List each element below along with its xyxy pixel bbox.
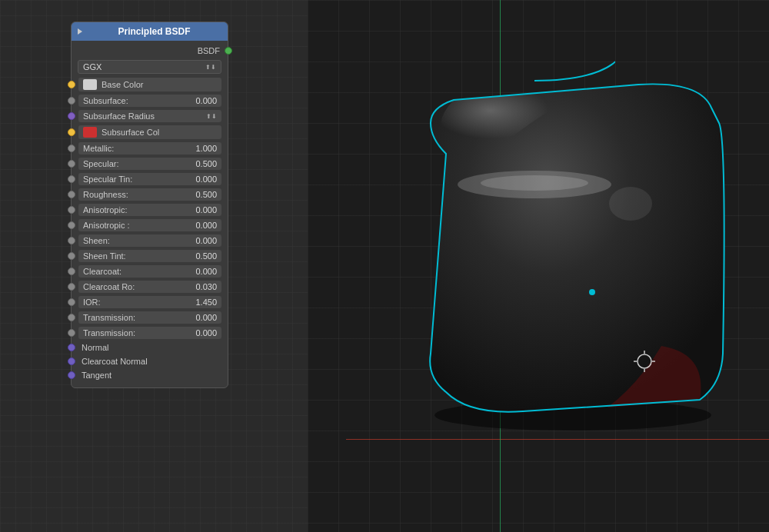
base-color-swatch[interactable] xyxy=(83,79,97,90)
clearcoat-label: Clearcoat: xyxy=(83,267,122,276)
ior-label: IOR: xyxy=(83,298,101,307)
socket-anisotropic[interactable] xyxy=(68,206,75,214)
field-subsurface-col[interactable]: Subsurface Col xyxy=(78,125,221,139)
field-specular-tint[interactable]: Specular Tin: 0.000 xyxy=(78,173,221,185)
subsurface-radius-label: Subsurface Radius xyxy=(83,111,155,121)
socket-normal[interactable] xyxy=(68,344,75,351)
field-transmission-roughness[interactable]: Transmission: 0.000 xyxy=(78,327,221,339)
dropdown-arrow-icon: ⬆⬇ xyxy=(205,64,216,71)
secondary-specular xyxy=(609,187,652,221)
socket-subsurface-radius[interactable] xyxy=(68,112,75,120)
viewport-3d-panel[interactable] xyxy=(308,0,769,532)
socket-clearcoat-normal[interactable] xyxy=(68,357,75,365)
transmission-roughness-label: Transmission: xyxy=(83,328,135,337)
socket-clearcoat-roughness[interactable] xyxy=(68,283,75,291)
anisotropic-rot-value: 0.000 xyxy=(195,221,217,230)
field-anisotropic[interactable]: Anisotropic: 0.000 xyxy=(78,204,221,216)
streak-highlight-inner xyxy=(481,175,588,191)
base-color-label: Base Color xyxy=(102,80,143,89)
metallic-label: Metallic: xyxy=(83,144,114,153)
node-body: BSDF GGX ⬆⬇ Base Color xyxy=(72,41,228,387)
distribution-dropdown-row[interactable]: GGX ⬆⬇ xyxy=(72,58,228,76)
field-row-metallic: Metallic: 1.000 xyxy=(72,141,228,156)
field-row-subsurface-col: Subsurface Col xyxy=(72,124,228,141)
field-row-ior: IOR: 1.450 xyxy=(72,294,228,310)
subsurface-label: Subsurface: xyxy=(83,96,128,105)
node-header[interactable]: Principled BSDF xyxy=(72,22,228,41)
socket-roughness[interactable] xyxy=(68,191,75,198)
field-roughness[interactable]: Roughness: 0.500 xyxy=(78,188,221,201)
field-clearcoat-roughness[interactable]: Clearcoat Ro: 0.030 xyxy=(78,281,221,293)
roughness-value: 0.500 xyxy=(195,190,217,199)
origin-dot xyxy=(589,289,595,295)
anisotropic-label: Anisotropic: xyxy=(83,205,127,214)
field-row-base-color: Base Color xyxy=(72,76,228,93)
transmission-label: Transmission: xyxy=(83,313,135,322)
field-subsurface[interactable]: Subsurface: 0.000 xyxy=(78,95,221,107)
normal-label: Normal xyxy=(82,343,108,352)
distribution-select[interactable]: GGX ⬆⬇ xyxy=(78,60,221,74)
transmission-value: 0.000 xyxy=(195,313,217,322)
socket-transmission[interactable] xyxy=(68,314,75,321)
clearcoat-normal-label: Clearcoat Normal xyxy=(82,357,148,366)
socket-base-color[interactable] xyxy=(68,81,75,88)
socket-subsurface-col[interactable] xyxy=(68,128,75,136)
field-sheen[interactable]: Sheen: 0.000 xyxy=(78,234,221,247)
roughness-label: Roughness: xyxy=(83,190,128,199)
bsdf-output-label: BSDF xyxy=(198,46,220,55)
field-specular[interactable]: Specular: 0.500 xyxy=(78,158,221,170)
transmission-roughness-value: 0.000 xyxy=(195,328,217,337)
bsdf-output-socket[interactable] xyxy=(225,47,232,55)
sheen-tint-label: Sheen Tint: xyxy=(83,251,126,261)
socket-metallic[interactable] xyxy=(68,145,75,152)
field-subsurface-radius[interactable]: Subsurface Radius ⬆⬇ xyxy=(78,110,221,122)
sheen-value: 0.000 xyxy=(195,236,217,245)
node-editor-panel: Principled BSDF BSDF GGX ⬆⬇ Base Col xyxy=(0,0,308,532)
node-title: Principled BSDF xyxy=(87,26,221,37)
field-row-sheen: Sheen: 0.000 xyxy=(72,233,228,248)
field-clearcoat[interactable]: Clearcoat: 0.000 xyxy=(78,265,221,278)
socket-anisotropic-rot[interactable] xyxy=(68,221,75,229)
ior-value: 1.450 xyxy=(195,298,217,307)
field-transmission[interactable]: Transmission: 0.000 xyxy=(78,311,221,324)
specular-tint-value: 0.000 xyxy=(195,175,217,184)
socket-transmission-roughness[interactable] xyxy=(68,329,75,337)
sheen-label: Sheen: xyxy=(83,236,110,245)
field-anisotropic-rot[interactable]: Anisotropic : 0.000 xyxy=(78,219,221,231)
field-base-color[interactable]: Base Color xyxy=(78,78,221,91)
subsurface-col-label: Subsurface Col xyxy=(102,128,159,137)
field-metallic[interactable]: Metallic: 1.000 xyxy=(78,142,221,155)
socket-sheen[interactable] xyxy=(68,237,75,244)
viewport-background xyxy=(308,0,769,532)
bsdf-output-row: BSDF xyxy=(72,44,228,58)
field-row-tangent: Tangent xyxy=(72,368,228,384)
subsurface-radius-arrow-icon: ⬆⬇ xyxy=(206,113,217,120)
field-row-clearcoat-roughness: Clearcoat Ro: 0.030 xyxy=(72,279,228,294)
field-row-clearcoat: Clearcoat: 0.000 xyxy=(72,264,228,279)
principled-bsdf-node[interactable]: Principled BSDF BSDF GGX ⬆⬇ Base Col xyxy=(71,22,228,388)
tangent-label: Tangent xyxy=(82,371,112,380)
specular-value: 0.500 xyxy=(195,159,217,168)
field-sheen-tint[interactable]: Sheen Tint: 0.500 xyxy=(78,250,221,262)
socket-specular-tint[interactable] xyxy=(68,175,75,183)
field-row-subsurface: Subsurface: 0.000 xyxy=(72,93,228,108)
socket-clearcoat[interactable] xyxy=(68,268,75,275)
socket-sheen-tint[interactable] xyxy=(68,252,75,260)
socket-specular[interactable] xyxy=(68,160,75,168)
specular-tint-label: Specular Tin: xyxy=(83,175,132,184)
field-row-anisotropic-rot: Anisotropic : 0.000 xyxy=(72,218,228,233)
field-row-specular: Specular: 0.500 xyxy=(72,156,228,171)
field-row-sheen-tint: Sheen Tint: 0.500 xyxy=(72,248,228,264)
collapse-icon xyxy=(78,28,82,35)
subsurface-col-swatch[interactable] xyxy=(83,127,97,138)
field-row-anisotropic: Anisotropic: 0.000 xyxy=(72,202,228,218)
field-row-normal: Normal xyxy=(72,341,228,354)
clearcoat-roughness-label: Clearcoat Ro: xyxy=(83,282,135,291)
anisotropic-rot-label: Anisotropic : xyxy=(83,221,130,230)
socket-subsurface[interactable] xyxy=(68,97,75,105)
clearcoat-roughness-value: 0.030 xyxy=(195,282,217,291)
socket-ior[interactable] xyxy=(68,298,75,306)
field-ior[interactable]: IOR: 1.450 xyxy=(78,296,221,308)
subsurface-value: 0.000 xyxy=(195,96,217,105)
socket-tangent[interactable] xyxy=(68,371,75,379)
